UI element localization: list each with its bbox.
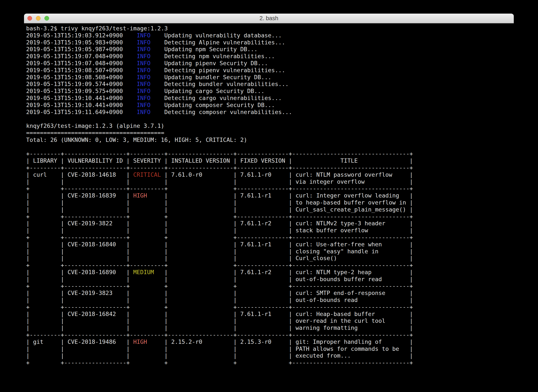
- table-row: | | | | | | executed from... |: [26, 352, 514, 359]
- table-cells: [130, 227, 165, 233]
- table-cells: | git | CVE-2018-19486 |: [26, 338, 130, 345]
- table-cells: | | CVE-2018-16842 |: [26, 311, 130, 317]
- table-cells: | | 7.61.1-r2 |: [164, 269, 292, 275]
- table-border: |: [410, 171, 413, 178]
- title-cell: git: Improper handling of: [292, 338, 410, 345]
- window-titlebar[interactable]: 2. bash: [24, 14, 514, 23]
- report-underline: ========================================: [26, 130, 164, 136]
- table-row: | | CVE-2019-3822 | | | 7.61.1-r2 | curl…: [26, 220, 514, 227]
- log-level: INFO: [137, 102, 151, 108]
- minimize-button[interactable]: [36, 16, 41, 21]
- table-cells: | | CVE-2019-3823 |: [26, 290, 130, 296]
- table-cells: [130, 311, 165, 317]
- log-timestamp: 2019-05-13T15:19:10.441+0900: [26, 102, 137, 108]
- table-cells: [130, 220, 165, 227]
- terminal-screen[interactable]: bash-3.2$ trivy knqyf263/test-image:1.2.…: [24, 23, 514, 366]
- log-timestamp: 2019-05-13T15:19:07.048+0900: [26, 53, 137, 60]
- log-timestamp: 2019-05-13T15:19:03.912+0900: [26, 32, 137, 39]
- table-cells: [130, 345, 165, 352]
- table-cells: [130, 248, 165, 255]
- table-cells: | | CVE-2018-16839 |: [26, 192, 130, 199]
- table-cells: [130, 297, 165, 303]
- log-message: Detecting bundler vulnerabilities...: [151, 81, 288, 87]
- table-border: |: [410, 241, 413, 247]
- table-border: + +------------------+ + +--------------…: [26, 213, 413, 220]
- table-cells: | | |: [164, 290, 292, 296]
- table-separator: +---------+------------------+----------…: [26, 164, 514, 171]
- table-border: + +------------------+----------+ +-----…: [26, 262, 413, 268]
- table-separator: + +------------------+ + +--------------…: [26, 234, 514, 241]
- log-timestamp: 2019-05-13T15:19:09.574+0900: [26, 81, 137, 87]
- table-cells: | | |: [164, 227, 292, 233]
- table-cells: | 7.61.0-r0 | 7.61.1-r0 |: [164, 171, 292, 178]
- log-message: Updating vulnerability database...: [151, 32, 282, 39]
- table-cells: | | |: [26, 206, 130, 213]
- table-row: | | CVE-2018-16839 | HIGH | | 7.61.1-r1 …: [26, 192, 514, 199]
- log-line: 2019-05-13T15:19:08.508+0900 INFO Updati…: [26, 74, 514, 81]
- table-row: | | | | | | over-read in the curl tool |: [26, 317, 514, 324]
- zoom-button[interactable]: [44, 16, 49, 21]
- table-border: |: [410, 345, 413, 352]
- table-header-text: | LIBRARY | VULNERABILITY ID | SEVERITY …: [26, 157, 413, 164]
- log-level: INFO: [137, 32, 151, 39]
- traffic-lights: [27, 16, 49, 21]
- log-timestamp: 2019-05-13T15:19:08.508+0900: [26, 74, 137, 80]
- table-border: |: [410, 199, 413, 206]
- title-cell: PATH allows for commands to be: [292, 345, 410, 352]
- table-cells: | | |: [26, 276, 130, 282]
- table-cells: [130, 324, 165, 331]
- table-border: |: [410, 338, 413, 345]
- title-cell: over-read in the curl tool: [292, 317, 410, 324]
- table-cells: | | 7.61.1-r1 |: [164, 241, 292, 247]
- table-border: + +------------------+----------+ +-----…: [26, 185, 413, 192]
- title-cell: out-of-bounds buffer read: [292, 276, 410, 282]
- table-cells: | | |: [164, 276, 292, 282]
- table-cells: [130, 276, 165, 282]
- title-cell: via integer overflow: [292, 178, 410, 185]
- table-row: | | | | | | via integer overflow |: [26, 178, 514, 185]
- table-row: | | | | | | stack buffer overflow |: [26, 227, 514, 234]
- table-border: +---------+------------------+----------…: [26, 331, 413, 338]
- table-cells: | | CVE-2019-3822 |: [26, 220, 130, 227]
- table-cells: [130, 178, 165, 185]
- table-cells: [130, 317, 165, 324]
- log-message: Detecting cargo vulnerabilities...: [151, 95, 282, 101]
- table-cells: | | |: [164, 324, 292, 331]
- table-separator: +---------+------------------+----------…: [26, 150, 514, 157]
- table-border: |: [410, 220, 413, 227]
- table-border: |: [410, 297, 413, 303]
- table-border: +---------+------------------+----------…: [26, 164, 413, 171]
- table-cells: | | |: [164, 345, 292, 352]
- log-timestamp: 2019-05-13T15:19:05.987+0900: [26, 46, 137, 52]
- table-cells: [130, 206, 165, 213]
- table-border: |: [410, 276, 413, 282]
- table-row: | | CVE-2018-16890 | MEDIUM | | 7.61.1-r…: [26, 269, 514, 276]
- table-border: + +------------------+ + +--------------…: [26, 304, 413, 310]
- close-button[interactable]: [27, 16, 32, 21]
- table-cells: | | |: [164, 178, 292, 185]
- title-cell: curl: Use-after-free when: [292, 241, 410, 247]
- severity-cell: MEDIUM: [130, 269, 165, 275]
- table-border: |: [410, 290, 413, 296]
- table-cells: [130, 255, 165, 261]
- table-row: | | | | | | to heap-based buffer overflo…: [26, 199, 514, 206]
- table-cells: | | |: [164, 199, 292, 206]
- table-border: |: [410, 206, 413, 213]
- log-timestamp: 2019-05-13T15:19:11.649+0900: [26, 109, 137, 115]
- log-line: 2019-05-13T15:19:11.649+0900 INFO Detect…: [26, 109, 514, 116]
- table-cells: | | |: [26, 255, 130, 261]
- table-cells: | | |: [164, 206, 292, 213]
- log-message: Updating composer Security DB...: [151, 102, 275, 108]
- table-border: |: [410, 352, 413, 359]
- table-row: | curl | CVE-2018-14618 | CRITICAL | 7.6…: [26, 171, 514, 178]
- table-border: +---------+------------------+----------…: [26, 150, 413, 157]
- log-line: 2019-05-13T15:19:08.507+0900 INFO Detect…: [26, 67, 514, 74]
- table-border: |: [410, 269, 413, 275]
- title-cell: closing "easy" handle in: [292, 248, 410, 255]
- table-separator: + +------------------+ + +--------------…: [26, 304, 514, 311]
- table-row: | | | | | | PATH allows for commands to …: [26, 345, 514, 353]
- log-message: Detecting Alpine vulnerabilities...: [151, 39, 285, 46]
- window-title: 2. bash: [24, 14, 514, 23]
- report-target-line: knqyf263/test-image:1.2.3 (alpine 3.7.1): [26, 122, 514, 130]
- table-cells: | | |: [26, 297, 130, 303]
